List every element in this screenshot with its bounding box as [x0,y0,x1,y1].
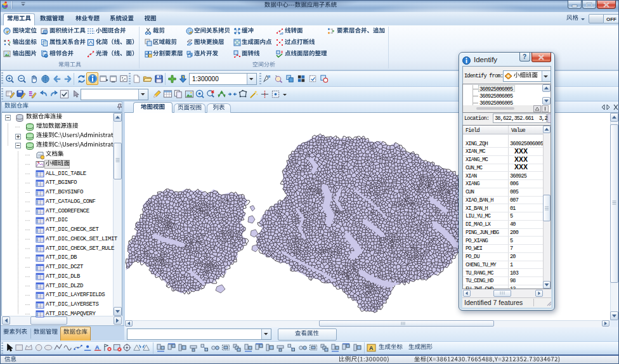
svg-text:A: A [94,344,99,351]
svg-text:A: A [369,345,374,351]
